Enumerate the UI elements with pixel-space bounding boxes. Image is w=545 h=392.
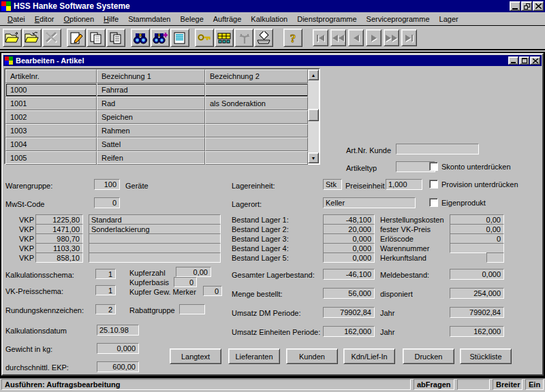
ekp-field[interactable]: 600,00 xyxy=(97,361,139,372)
bestand5-field[interactable]: 0,000 xyxy=(323,252,375,263)
stueckliste-button[interactable]: Stückliste xyxy=(460,348,512,364)
column-header-artikelnr[interactable]: Artikelnr. xyxy=(5,69,97,83)
bestand3-field[interactable]: 0,000 xyxy=(323,233,375,244)
provision-checkbox[interactable] xyxy=(429,180,438,189)
open-button[interactable] xyxy=(3,29,22,47)
search-new-button[interactable] xyxy=(151,29,170,47)
art-nr-kunde-field[interactable] xyxy=(396,144,479,154)
vkp4-desc-field[interactable] xyxy=(89,243,221,253)
vkp3-desc-field[interactable] xyxy=(89,233,221,244)
nav-prev-fast-button[interactable] xyxy=(330,29,346,46)
menu-item-kalkulation[interactable]: Kalkulation xyxy=(246,14,292,24)
scroll-thumb[interactable] xyxy=(308,109,319,121)
table-scrollbar[interactable]: ▲ ▼ xyxy=(308,69,319,163)
herstellungskosten-field[interactable]: 0,00 xyxy=(450,214,504,225)
meldebestand-field[interactable]: 0,000 xyxy=(450,269,504,280)
vkp4-field[interactable]: 1103,30 xyxy=(35,243,83,253)
warengruppe-field[interactable]: 100 xyxy=(94,179,120,190)
kupferbasis-field[interactable]: 0 xyxy=(174,277,197,287)
warennummer-field[interactable] xyxy=(450,243,504,253)
kupferzahl-field[interactable]: 0,00 xyxy=(176,267,211,277)
lagereinheit-field[interactable]: Stk xyxy=(323,179,342,190)
table-row[interactable]: 1003 Rahmen xyxy=(5,124,319,137)
table-cell[interactable] xyxy=(205,83,308,97)
erloescode-field[interactable]: 0 xyxy=(450,233,504,244)
kdn-lief-in-button[interactable]: Kdn/Lief-In xyxy=(343,348,395,364)
nav-last-button[interactable] xyxy=(401,29,417,46)
menu-item-lager[interactable]: Lager xyxy=(435,14,463,24)
duplicate-button[interactable] xyxy=(106,29,125,47)
table-cell[interactable]: 1005 xyxy=(5,151,97,165)
gesamter-lagerbestand-field[interactable]: -46,100 xyxy=(323,269,375,280)
table-cell[interactable]: 1002 xyxy=(5,110,97,124)
key-button[interactable] xyxy=(195,29,214,47)
new-button[interactable] xyxy=(67,29,86,47)
child-maximize-button[interactable] xyxy=(519,56,529,65)
help-button[interactable]: ? xyxy=(283,29,302,47)
menu-item-hilfe[interactable]: Hilfe xyxy=(99,14,123,24)
close-button[interactable] xyxy=(533,1,544,11)
table-button[interactable] xyxy=(215,29,234,47)
eigenprodukt-checkbox[interactable] xyxy=(429,198,438,207)
column-header-bezeichnung2[interactable]: Bezeichnung 2 xyxy=(205,69,308,83)
nav-next-fast-button[interactable] xyxy=(384,29,399,46)
umsatz-dm-jahr-field[interactable]: 79902,84 xyxy=(450,307,504,318)
scroll-down-button[interactable]: ▼ xyxy=(308,152,319,163)
vkp2-field[interactable]: 1471,00 xyxy=(35,224,83,234)
table-cell[interactable]: als Sonderaktion xyxy=(205,97,308,110)
menu-item-serviceprogramme[interactable]: Serviceprogramme xyxy=(362,14,435,24)
column-header-bezeichnung1[interactable]: Bezeichnung 1 xyxy=(97,69,205,83)
menu-item-editor[interactable]: Editor xyxy=(30,14,59,24)
vkp5-desc-field[interactable] xyxy=(89,252,221,263)
restore-button[interactable] xyxy=(521,1,532,11)
mwst-code-field[interactable]: 0 xyxy=(94,197,120,208)
vkp3-field[interactable]: 980,70 xyxy=(35,233,83,244)
drucken-button[interactable]: Drucken xyxy=(403,348,454,364)
table-cell[interactable] xyxy=(205,137,308,151)
bestand4-field[interactable]: 0,000 xyxy=(323,243,375,253)
preiseinheit-field[interactable]: 1,000 xyxy=(386,179,422,190)
table-cell[interactable]: Sattel xyxy=(97,137,205,151)
table-cell[interactable]: Fahrrad xyxy=(97,83,205,97)
menu-item-stammdaten[interactable]: Stammdaten xyxy=(123,14,175,24)
bestand2-field[interactable]: 20,000 xyxy=(323,224,375,234)
table-row[interactable]: 1000 Fahrrad xyxy=(5,83,319,97)
kupfer-gew-merker-field[interactable]: 0 xyxy=(203,286,222,296)
open-previous-button[interactable] xyxy=(22,29,42,47)
table-cell[interactable]: Rad xyxy=(97,97,205,110)
table-cell[interactable]: Reifen xyxy=(97,151,205,165)
table-row[interactable]: 1005 Reifen xyxy=(5,151,319,165)
table-row[interactable]: 1002 Speichen xyxy=(5,110,319,124)
menu-item-belege[interactable]: Belege xyxy=(176,14,208,24)
nav-next-button[interactable] xyxy=(366,29,382,46)
rundungskennzeichen-field[interactable]: 2 xyxy=(95,304,116,314)
vkp1-desc-field[interactable]: Standard xyxy=(89,214,221,225)
lieferanten-button[interactable]: Lieferanten xyxy=(228,348,280,364)
nav-prev-button[interactable] xyxy=(348,29,364,46)
vkp2-desc-field[interactable]: Sonderlackierung xyxy=(89,224,221,234)
fester-vk-preis-field[interactable]: 0,00 xyxy=(450,224,504,234)
skonto-checkbox[interactable] xyxy=(429,162,438,171)
vkp1-field[interactable]: 1225,80 xyxy=(35,214,83,225)
table-cell[interactable]: Rahmen xyxy=(97,124,205,137)
disponiert-field[interactable]: 254,000 xyxy=(450,288,504,299)
menu-item-auftraege[interactable]: Aufträge xyxy=(208,14,247,24)
table-cell[interactable]: 1004 xyxy=(5,137,97,151)
vkp5-field[interactable]: 858,10 xyxy=(35,252,83,263)
search-button[interactable] xyxy=(131,29,150,47)
gewicht-field[interactable]: 0,000 xyxy=(97,343,139,354)
table-cell[interactable]: 1001 xyxy=(5,97,97,110)
child-minimize-button[interactable] xyxy=(508,56,518,65)
kalkulationsschema-field[interactable]: 1 xyxy=(95,269,116,279)
send-button[interactable] xyxy=(254,29,273,47)
child-close-button[interactable] xyxy=(530,56,540,65)
umsatz-dm-periode-field[interactable]: 79902,84 xyxy=(323,307,375,318)
kunden-button[interactable]: Kunden xyxy=(286,348,338,364)
rabattgruppe-field[interactable] xyxy=(179,304,205,314)
kalkulationsdatum-field[interactable]: 25.10.98 xyxy=(97,325,139,336)
table-cell[interactable] xyxy=(205,151,308,165)
menu-item-dienstprogramme[interactable]: Dienstprogramme xyxy=(292,14,361,24)
lagerort-field[interactable]: Keller xyxy=(323,197,416,208)
umsatz-einheiten-periode-field[interactable]: 162,000 xyxy=(323,326,375,337)
minimize-button[interactable] xyxy=(510,1,520,11)
